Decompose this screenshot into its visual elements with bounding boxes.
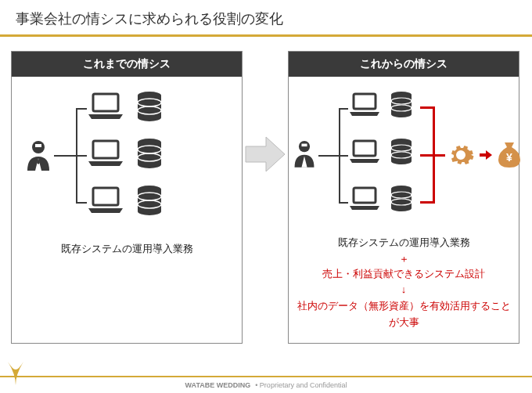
diagram-after: ¥	[295, 88, 512, 221]
connector-line	[339, 155, 348, 157]
system-row	[348, 138, 414, 166]
system-row	[87, 138, 164, 169]
laptop-icon	[348, 92, 381, 117]
red-line-2: 社内のデータ（無形資産）を有効活用することが大事	[295, 298, 512, 331]
system-row	[87, 185, 164, 216]
laptop-icon	[87, 92, 124, 121]
system-row	[87, 91, 164, 122]
gear-icon	[447, 141, 475, 169]
connector-line	[339, 108, 348, 110]
panel-after-header: これからの情シス	[289, 52, 519, 77]
panel-after-body: ¥ 既存システムの運用導入業務 ＋ 売上・利益貢献できるシステム設計 ↓ 社内の…	[289, 77, 519, 343]
user-icon	[292, 139, 317, 168]
panel-before-body: 既存システムの運用導入業務	[12, 77, 242, 343]
laptop-icon	[87, 139, 124, 168]
panel-before-header: これまでの情シス	[12, 52, 242, 77]
title-bar: 事業会社の情シスに求められる役割の変化	[0, 0, 532, 37]
panel-after: これからの情シス	[288, 51, 519, 344]
svg-rect-20	[354, 141, 376, 156]
plus-sign: ＋	[295, 252, 512, 266]
moneybag-icon: ¥	[497, 141, 522, 169]
database-icon	[389, 138, 414, 166]
svg-rect-2	[93, 94, 118, 111]
laptop-icon	[348, 186, 381, 211]
panel-after-caption: 既存システムの運用導入業務	[295, 235, 512, 251]
footer-brand: WATABE WEDDING	[185, 381, 251, 389]
connector-line	[318, 155, 339, 157]
connector-line	[339, 202, 348, 204]
connector-line	[76, 202, 87, 204]
svg-rect-15	[301, 144, 307, 147]
value-output: ¥	[447, 141, 522, 169]
system-row	[348, 91, 414, 119]
red-line-1: 売上・利益貢献できるシステム設計	[295, 266, 512, 283]
arrow-small-icon	[480, 150, 492, 160]
panel-before: これまでの情シス	[11, 51, 243, 344]
diagram-before	[18, 88, 235, 221]
svg-rect-1	[35, 144, 41, 147]
content: これまでの情シス	[0, 37, 532, 344]
connector-line	[76, 108, 87, 110]
svg-text:¥: ¥	[506, 151, 512, 164]
connector-line-red	[420, 154, 433, 157]
connector-line-red	[420, 201, 433, 204]
database-icon	[135, 138, 164, 169]
laptop-icon	[348, 139, 381, 164]
connector-line-red	[420, 106, 433, 109]
database-icon	[389, 91, 414, 119]
database-icon	[389, 185, 414, 213]
footer-note: • Proprietary and Confidential	[255, 381, 347, 389]
connector-line	[76, 155, 87, 157]
system-row	[348, 185, 414, 213]
database-icon	[135, 185, 164, 216]
svg-rect-6	[93, 141, 118, 158]
slide: 事業会社の情シスに求められる役割の変化 これまでの情シス	[0, 0, 532, 393]
svg-rect-24	[354, 188, 376, 203]
panel-before-caption: 既存システムの運用導入業務	[18, 241, 235, 257]
svg-rect-10	[93, 188, 118, 205]
page-title: 事業会社の情シスに求められる役割の変化	[16, 9, 516, 28]
footer: WATABE WEDDING • Proprietary and Confide…	[0, 376, 532, 393]
svg-point-14	[299, 141, 310, 152]
database-icon	[135, 91, 164, 122]
user-icon	[24, 139, 52, 171]
connector-line-red	[433, 154, 445, 157]
down-arrow: ↓	[295, 282, 512, 298]
svg-rect-16	[354, 94, 376, 109]
arrow-right-icon	[243, 135, 288, 173]
laptop-icon	[87, 186, 124, 215]
